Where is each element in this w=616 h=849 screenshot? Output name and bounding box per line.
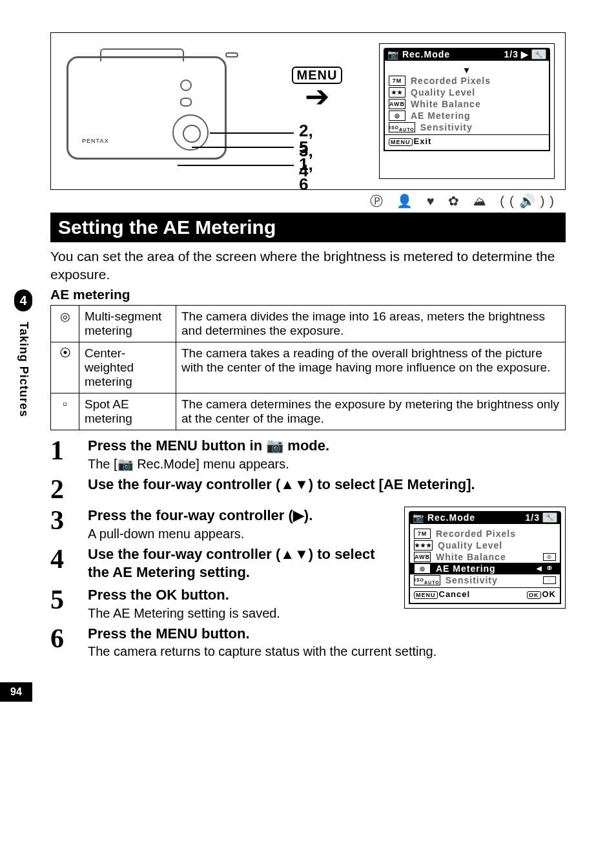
lcd-title: Rec.Mode	[402, 49, 450, 59]
tools-icon: 🔧	[542, 512, 557, 523]
sub-heading: AE metering	[50, 287, 566, 302]
camera-brand: PENTAX	[82, 138, 109, 144]
camera-icon: 📷	[387, 49, 399, 59]
lcd-bottom: 📷 Rec.Mode 1/3 🔧 7MRecorded Pixels ★★★Qu…	[404, 507, 566, 609]
step-number: 2	[50, 476, 76, 503]
step-number: 3	[50, 507, 76, 541]
metering-name: Center-weighted metering	[79, 342, 176, 393]
camera-icon: 📷	[266, 437, 283, 454]
lcd-title: Rec.Mode	[427, 512, 475, 523]
item-icon: AWB	[389, 99, 406, 109]
camera-diagram: PENTAX 2, 3, 4 5 1, 6	[61, 43, 255, 179]
step-title: Use the four-way controller (▲▼) to sele…	[88, 476, 553, 494]
chapter-number-tab: 4	[14, 289, 32, 311]
menu-item: AE Metering	[411, 110, 471, 121]
menu-item: Sensitivity	[420, 122, 473, 132]
metering-icon: ⦿	[51, 342, 79, 393]
metering-name: Spot AE metering	[79, 393, 176, 430]
menu-badge-small: MENU	[389, 138, 413, 146]
step-title: Press the four-way controller (▶).	[88, 507, 391, 525]
section-heading: Setting the AE Metering	[50, 213, 566, 242]
menu-item-selected: AE Metering	[436, 563, 496, 574]
callout-c: 1, 6	[299, 154, 313, 194]
metering-name: Multi-segment metering	[79, 305, 176, 342]
lcd-footer-right: OK	[542, 589, 557, 599]
menu-arrow: MENU ➔	[265, 43, 369, 179]
step: 2 Use the four-way controller (▲▼) to se…	[50, 476, 566, 503]
metering-icon: ◎	[51, 305, 79, 342]
ok-badge-small: OK	[527, 591, 541, 599]
step-number: 1	[50, 437, 76, 472]
step: 6 Press the MENU button. The camera retu…	[50, 625, 566, 660]
figure-box: PENTAX 2, 3, 4 5 1, 6 MENU ➔ 📷 Rec.Mode …	[50, 32, 566, 190]
left-arrow-icon: ◀	[537, 565, 542, 572]
option-icon-selected: ⦿	[543, 565, 556, 572]
camera-icon: 📷	[118, 457, 134, 471]
item-icon: AWB	[414, 552, 431, 562]
table-row: ◎ Multi-segment metering The camera divi…	[51, 305, 566, 342]
menu-item: Recorded Pixels	[436, 529, 516, 539]
table-row: ⦿ Center-weighted metering The camera ta…	[51, 342, 566, 393]
chapter-title-side: Taking Pictures	[17, 322, 30, 417]
item-icon: ★★	[389, 87, 406, 98]
lcd-top: 📷 Rec.Mode 1/3 ▶ 🔧 ▾ 7MRecorded Pixels ★…	[379, 43, 555, 179]
lcd-footer-left: Cancel	[439, 589, 471, 599]
step: 1 Press the MENU button in 📷 mode. The […	[50, 437, 566, 472]
intro-text: You can set the area of the screen where…	[50, 247, 566, 284]
down-arrow-icon: ▾	[385, 65, 549, 75]
table-row: ▫ Spot AE metering The camera determines…	[51, 393, 566, 430]
metering-desc: The camera takes a reading of the overal…	[176, 342, 566, 393]
lcd-page-indicator: 1/3	[504, 49, 518, 59]
lcd-footer-left: Exit	[414, 136, 432, 146]
lcd-page-indicator: 1/3	[526, 512, 540, 523]
metering-desc: The camera determines the exposure by me…	[176, 393, 566, 430]
step-desc: The camera returns to capture status wit…	[88, 644, 566, 659]
step-number: 4	[50, 545, 76, 582]
item-icon: ISOAUTO	[389, 122, 415, 132]
option-icon: ◎	[543, 553, 556, 561]
step-title: Press the MENU button.	[88, 625, 566, 644]
step-desc: The [📷 Rec.Mode] menu appears.	[88, 456, 566, 472]
item-icon: ISOAUTO	[414, 575, 440, 585]
metering-desc: The camera divides the image into 16 are…	[176, 305, 566, 342]
page-number: 94	[0, 682, 32, 702]
step-number: 5	[50, 586, 76, 621]
item-icon: 7M	[414, 529, 431, 539]
steps: 1 Press the MENU button in 📷 mode. The […	[50, 437, 566, 660]
menu-item: Quality Level	[411, 87, 475, 98]
step-title: Press the MENU button in 📷 mode.	[88, 437, 566, 456]
item-icon: ◎	[414, 563, 431, 574]
tools-icon: 🔧	[531, 49, 546, 59]
option-icon: ▫	[543, 576, 556, 584]
menu-item: White Balance	[436, 552, 506, 562]
menu-item: Recorded Pixels	[411, 76, 491, 86]
step-number: 6	[50, 625, 76, 660]
ae-table: ◎ Multi-segment metering The camera divi…	[50, 305, 566, 430]
metering-icon: ▫	[51, 393, 79, 430]
arrow-icon: ➔	[305, 88, 330, 106]
camera-icon: 📷	[413, 512, 424, 523]
menu-item: White Balance	[411, 99, 481, 109]
menu-item: Quality Level	[438, 540, 502, 550]
step-desc: A pull-down menu appears.	[88, 527, 391, 541]
menu-item: Sensitivity	[446, 575, 498, 585]
step-title: Use the four-way controller (▲▼) to sele…	[88, 545, 385, 582]
item-icon: 7M	[389, 76, 406, 86]
item-icon: ◎	[389, 110, 406, 121]
menu-badge-small: MENU	[414, 591, 438, 599]
play-icon: ▶	[521, 49, 529, 59]
item-icon: ★★★	[414, 540, 433, 550]
